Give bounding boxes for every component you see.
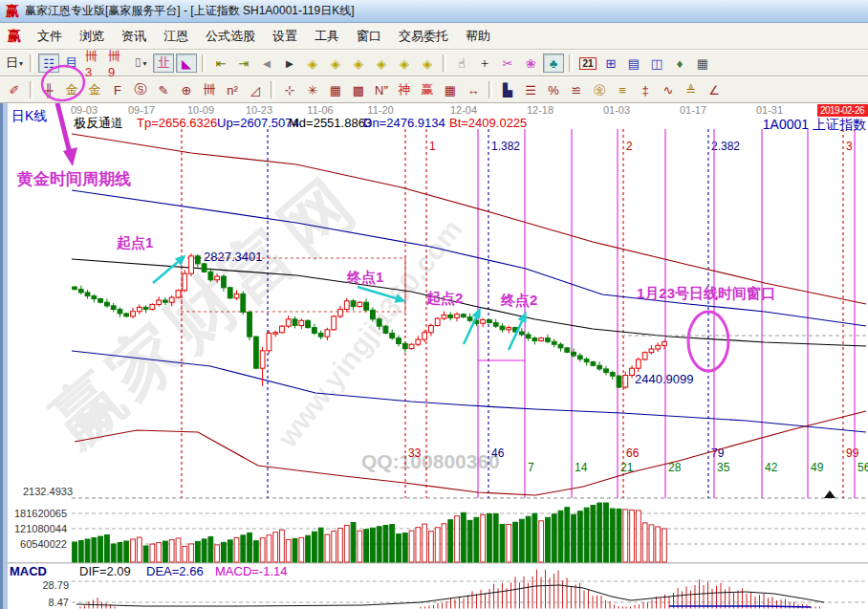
- menu-window[interactable]: 窗口: [348, 25, 390, 48]
- diamond-expand-icon[interactable]: ◈: [394, 54, 415, 73]
- next-bar-icon[interactable]: ►: [279, 54, 300, 73]
- fibonacci-tool-icon[interactable]: F: [107, 80, 128, 99]
- menu-browse[interactable]: 浏览: [71, 25, 113, 48]
- send-icon[interactable]: ♦: [669, 54, 690, 73]
- volume-bar: [539, 521, 544, 562]
- computer-icon[interactable]: ▦: [692, 54, 713, 73]
- diamond-right-icon[interactable]: ◈: [325, 54, 346, 73]
- candle-body: [163, 300, 168, 302]
- channel-info-value: Md=2551.8863: [289, 116, 372, 130]
- gann-grid-tool-icon[interactable]: ▦: [325, 80, 346, 99]
- menu-file[interactable]: 文件: [29, 25, 71, 48]
- diamond-left-icon[interactable]: ◈: [302, 54, 323, 73]
- ratio-line-tool-icon[interactable]: ≌: [566, 80, 587, 99]
- crosshair-tool-icon[interactable]: ＋: [474, 54, 495, 73]
- last-bar-icon[interactable]: ⇥: [233, 54, 254, 73]
- marker-pen-tool-icon[interactable]: ✎: [153, 80, 174, 99]
- spiral-tool-icon[interactable]: Ⓢ: [130, 80, 151, 99]
- volume-bar: [228, 540, 232, 562]
- n-squared-tool-icon[interactable]: n²: [222, 80, 243, 99]
- gann-count-label: 7: [528, 461, 534, 474]
- menu-gann[interactable]: 江恩: [155, 25, 197, 48]
- menu-news[interactable]: 资讯: [113, 25, 155, 48]
- clover-tool-icon[interactable]: ♣: [543, 54, 564, 73]
- toolbar-separator: [30, 54, 33, 72]
- volume-bar: [344, 526, 349, 562]
- golden-section-tool-icon[interactable]: 金: [61, 80, 82, 99]
- gold-top-tool-icon[interactable]: ≜: [681, 80, 702, 99]
- compass-tool-icon[interactable]: ⊕: [176, 80, 197, 99]
- grid-tool-icon[interactable]: ╫: [38, 80, 59, 99]
- chart-background[interactable]: [8, 103, 868, 609]
- quote-list-icon[interactable]: 目: [61, 54, 82, 73]
- gann-pattern-icon[interactable]: 㐀: [153, 54, 174, 73]
- percent-line-tool-icon[interactable]: ☰: [520, 80, 541, 99]
- notes-icon[interactable]: ▤: [623, 54, 644, 73]
- hand-tool-icon[interactable]: ☝: [451, 54, 472, 73]
- qq-watermark: QQ:100800360: [361, 450, 500, 472]
- gold-circle-tool-icon[interactable]: ㊎: [589, 80, 610, 99]
- bars-3-icon[interactable]: 卌3: [84, 54, 105, 73]
- pen-tool-icon[interactable]: ✐: [4, 80, 25, 99]
- gold-lines-tool-icon[interactable]: ≡: [612, 80, 633, 99]
- candle-body: [448, 315, 453, 317]
- menu-tools[interactable]: 工具: [306, 25, 348, 48]
- calculator-icon[interactable]: ⊞: [600, 54, 621, 73]
- ruler-tool-icon[interactable]: 卌: [199, 80, 220, 99]
- volume-bar: [429, 532, 434, 562]
- gann-star-tool-icon[interactable]: ✳: [302, 80, 323, 99]
- grid-123-tool-icon[interactable]: ▦: [440, 80, 461, 99]
- volume-bar: [332, 532, 336, 562]
- ying-tool-icon[interactable]: 赢: [417, 80, 438, 99]
- wave-n-tool-icon[interactable]: Ν″: [371, 80, 392, 99]
- golden-line-tool-icon[interactable]: 金: [84, 80, 105, 99]
- prev-bar-icon[interactable]: ◄: [256, 54, 277, 73]
- candle-style-dropdown[interactable]: ⌷▾: [130, 54, 151, 73]
- menu-formula-stock-pick[interactable]: 公式选股: [197, 25, 264, 48]
- menu-help[interactable]: 帮助: [457, 25, 499, 48]
- titlebar[interactable]: 赢 赢家江恩专业版[赢家服务平台] - [上证指数 SH1A0001-119日K…: [0, 0, 868, 23]
- calendar-icon[interactable]: 21: [577, 54, 598, 73]
- flower-tool-icon[interactable]: ❀: [520, 54, 541, 73]
- candle-body: [332, 316, 336, 330]
- toolbar-separator: [30, 81, 33, 98]
- candle-body: [416, 339, 421, 344]
- candle-body: [260, 351, 265, 368]
- period-kline-dropdown[interactable]: 日▾: [4, 54, 25, 73]
- volume-bar: [150, 544, 155, 562]
- chip-chart-tool-icon[interactable]: ▙: [497, 80, 518, 99]
- menu-trade[interactable]: 交易委托: [390, 25, 457, 48]
- channel-info-value: Bt=2409.0225: [449, 116, 527, 130]
- angle-line-tool-icon[interactable]: ∠: [704, 80, 725, 99]
- save-icon[interactable]: ◫: [646, 54, 667, 73]
- date-axis-label: 01-03: [603, 104, 630, 116]
- width-tool-icon[interactable]: ↔: [463, 80, 484, 99]
- percent-tool-icon[interactable]: %: [543, 80, 564, 99]
- candle-body: [318, 334, 323, 337]
- gann-target-tool-icon[interactable]: ⊹: [279, 80, 300, 99]
- candle-body: [85, 293, 90, 296]
- wave-tool-icon[interactable]: ∿: [658, 80, 679, 99]
- scroll-triangle-marker[interactable]: [824, 490, 835, 498]
- candle-body: [423, 333, 427, 339]
- bars-9-icon[interactable]: 卌9: [107, 54, 128, 73]
- diamond-hzoom-in-icon[interactable]: ◈: [371, 54, 392, 73]
- overlay-chart-icon[interactable]: ☷: [38, 54, 59, 73]
- gann-ratio-label: 2.382: [711, 140, 740, 153]
- menu-settings[interactable]: 设置: [264, 25, 306, 48]
- candle-body: [169, 297, 174, 302]
- candle-body: [325, 330, 330, 337]
- diamond-hzoom-out-icon[interactable]: ◈: [348, 54, 369, 73]
- gann-box-tool-icon[interactable]: ▩: [348, 80, 369, 99]
- color-triangle-icon[interactable]: ◣: [176, 54, 197, 73]
- date-axis-label: 12-18: [527, 104, 553, 116]
- first-bar-icon[interactable]: ⇤: [210, 54, 231, 73]
- gann-count-label: 33: [408, 446, 422, 460]
- diamond-compress-icon[interactable]: ◈: [417, 54, 438, 73]
- time-window-ellipse: [688, 312, 728, 371]
- volume-bar: [293, 538, 297, 562]
- volume-tool-icon[interactable]: ‡: [635, 80, 656, 99]
- shen-tool-icon[interactable]: 神: [394, 80, 415, 99]
- angle-tool-icon[interactable]: ◿: [245, 80, 266, 99]
- scissors-tool-icon[interactable]: ✂: [497, 54, 518, 73]
